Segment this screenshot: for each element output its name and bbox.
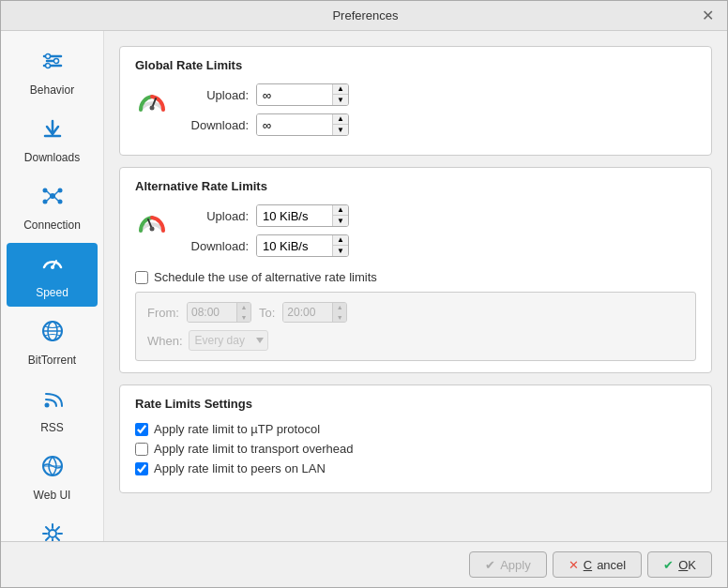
svg-line-13 <box>47 191 51 195</box>
speed-icon <box>39 250 66 282</box>
cancel-icon: ✕ <box>569 558 579 572</box>
transport-checkbox-row: Apply rate limit to transport overhead <box>135 442 696 456</box>
alt-download-arrows: ▲ ▼ <box>332 234 348 257</box>
cancel-label-rest: ancel <box>597 558 626 572</box>
ok-label: OK <box>678 558 696 572</box>
sidebar-item-rss[interactable]: RSS <box>7 378 98 442</box>
alt-download-label: Download: <box>178 239 249 253</box>
downloads-icon <box>39 115 66 147</box>
rss-icon <box>39 385 66 417</box>
alt-upload-label: Upload: <box>178 209 249 223</box>
svg-point-26 <box>150 106 155 111</box>
alternative-rate-limits-section: Alternative Rate Limits Upload <box>119 167 712 373</box>
upload-label: Upload: <box>178 88 249 102</box>
alt-download-spinbox[interactable]: ▲ ▼ <box>256 234 349 257</box>
upload-row: Upload: ▲ ▼ <box>178 83 696 106</box>
download-arrows: ▲ ▼ <box>332 113 348 136</box>
when-label: When: <box>147 334 183 348</box>
upload-input[interactable] <box>257 84 332 105</box>
sidebar-item-speed-label: Speed <box>36 286 68 299</box>
sidebar-item-bittorrent[interactable]: BitTorrent <box>7 310 98 374</box>
sidebar-item-webui-label: Web UI <box>34 489 71 502</box>
sidebar-item-rss-label: RSS <box>40 421 64 434</box>
ok-button[interactable]: ✔ OK <box>647 551 712 578</box>
schedule-checkbox-row: Schedule the use of alternative rate lim… <box>135 270 696 284</box>
from-time-input[interactable] <box>188 303 236 322</box>
alt-download-input[interactable] <box>257 235 332 256</box>
sidebar-item-downloads[interactable]: Downloads <box>7 108 98 172</box>
svg-line-16 <box>54 197 58 201</box>
alt-download-down-arrow[interactable]: ▼ <box>333 246 348 257</box>
lan-checkbox-row: Apply rate limit to peers on LAN <box>135 461 696 475</box>
bittorrent-icon <box>39 318 66 350</box>
apply-icon: ✔ <box>485 558 495 572</box>
when-row: When: Every day Weekdays Weekends <box>147 330 684 351</box>
download-input[interactable] <box>257 114 332 135</box>
rate-limits-settings-title: Rate Limits Settings <box>135 397 696 411</box>
svg-line-14 <box>54 191 58 195</box>
alt-upload-spinbox[interactable]: ▲ ▼ <box>256 204 349 227</box>
schedule-checkbox[interactable] <box>135 271 148 284</box>
utp-checkbox[interactable] <box>135 423 148 436</box>
cancel-button[interactable]: ✕ Cancel <box>553 551 642 578</box>
sidebar-item-speed[interactable]: Speed <box>7 243 98 307</box>
close-button[interactable]: ✕ <box>698 7 718 25</box>
sidebar-item-connection[interactable]: Connection <box>7 175 98 239</box>
transport-label[interactable]: Apply rate limit to transport overhead <box>154 442 353 456</box>
from-time-up-arrow[interactable]: ▲ <box>237 302 250 312</box>
schedule-label[interactable]: Schedule the use of alternative rate lim… <box>154 270 377 284</box>
global-rate-limits-section: Global Rate Limits Upload: <box>119 46 712 156</box>
global-speed-icon <box>135 85 169 119</box>
alt-download-row: Download: ▲ ▼ <box>178 234 696 257</box>
alt-upload-up-arrow[interactable]: ▲ <box>333 204 348 216</box>
utp-label[interactable]: Apply rate limit to µTP protocol <box>154 422 320 436</box>
download-label: Download: <box>178 118 249 132</box>
global-rate-limits-form: Upload: ▲ ▼ Download: <box>135 83 696 143</box>
alternative-rate-limits-title: Alternative Rate Limits <box>135 179 696 193</box>
download-spinbox[interactable]: ▲ ▼ <box>256 113 349 136</box>
to-time-spinbox[interactable]: ▲ ▼ <box>282 302 347 323</box>
svg-point-3 <box>45 54 50 59</box>
download-down-arrow[interactable]: ▼ <box>333 125 348 136</box>
from-time-arrows: ▲ ▼ <box>236 302 250 323</box>
apply-button[interactable]: ✔ Apply <box>469 551 547 578</box>
ok-icon: ✔ <box>663 558 674 572</box>
alt-upload-down-arrow[interactable]: ▼ <box>333 216 348 227</box>
sidebar-item-behavior-label: Behavior <box>30 83 74 97</box>
download-row: Download: ▲ ▼ <box>178 113 696 136</box>
to-time-down-arrow[interactable]: ▼ <box>333 312 346 323</box>
transport-checkbox[interactable] <box>135 443 148 456</box>
download-up-arrow[interactable]: ▲ <box>333 113 348 125</box>
to-time-input[interactable] <box>283 303 332 322</box>
sidebar-item-advanced[interactable]: Advanced <box>7 513 98 541</box>
upload-up-arrow[interactable]: ▲ <box>333 83 348 95</box>
alt-upload-input[interactable] <box>257 205 332 226</box>
alt-upload-row: Upload: ▲ ▼ <box>178 204 696 227</box>
from-time-spinbox[interactable]: ▲ ▼ <box>187 302 251 323</box>
footer: ✔ Apply ✕ Cancel ✔ OK <box>1 541 727 587</box>
when-select[interactable]: Every day Weekdays Weekends <box>189 330 268 351</box>
preferences-window: Preferences ✕ Behavior <box>0 0 728 588</box>
sidebar-item-behavior[interactable]: Behavior <box>7 40 98 104</box>
behavior-icon <box>39 48 66 80</box>
lan-checkbox[interactable] <box>135 462 148 475</box>
alt-download-up-arrow[interactable]: ▲ <box>333 234 348 246</box>
svg-point-5 <box>45 64 50 68</box>
to-time-up-arrow[interactable]: ▲ <box>333 302 346 312</box>
from-time-down-arrow[interactable]: ▼ <box>237 312 250 323</box>
alternative-rate-limits-form: Upload: ▲ ▼ Download: <box>135 204 696 264</box>
titlebar: Preferences ✕ <box>1 1 727 31</box>
apply-label: Apply <box>500 558 531 572</box>
svg-point-21 <box>44 403 49 408</box>
svg-point-17 <box>51 265 54 269</box>
lan-label[interactable]: Apply rate limit to peers on LAN <box>154 461 326 475</box>
from-label: From: <box>147 306 179 320</box>
upload-down-arrow[interactable]: ▼ <box>333 95 348 106</box>
sidebar-item-webui[interactable]: Web UI <box>7 445 98 509</box>
upload-spinbox[interactable]: ▲ ▼ <box>256 83 349 106</box>
svg-point-28 <box>150 227 155 232</box>
utp-checkbox-row: Apply rate limit to µTP protocol <box>135 422 696 436</box>
svg-point-4 <box>53 59 58 64</box>
rate-limits-settings-section: Rate Limits Settings Apply rate limit to… <box>119 384 712 493</box>
connection-icon <box>39 183 66 215</box>
